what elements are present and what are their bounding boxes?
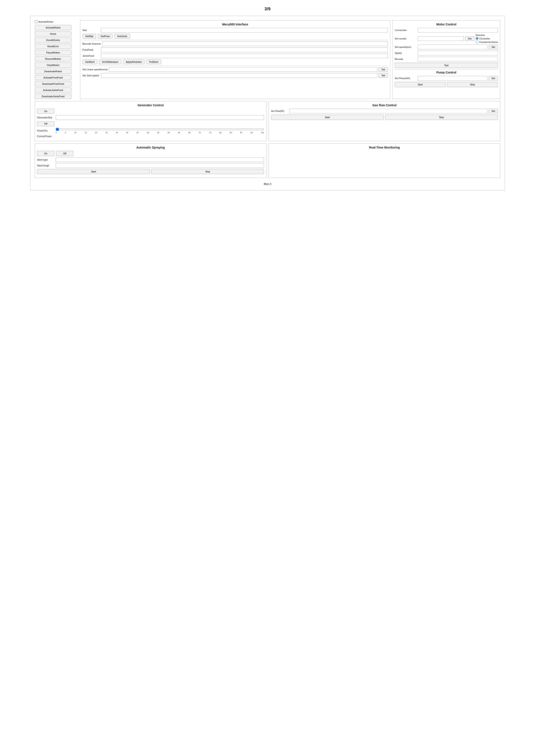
auto-realtime-section: Automatic Spraying On Off Stent type Ste… (35, 143, 500, 178)
get-stent-button[interactable]: GetStent (82, 60, 97, 64)
rounds-row: Rounds (395, 57, 498, 62)
activate-robot-checkbox[interactable] (35, 20, 38, 23)
stent-length-input[interactable] (56, 163, 264, 168)
set-flow-pump-input[interactable] (418, 76, 487, 81)
auto-start-stop-row: Start Stop (37, 169, 264, 174)
get-joints-button[interactable]: GetJoints (114, 34, 130, 39)
home-button[interactable]: Home (35, 31, 71, 37)
set-speed-label: Set speed(rpm) (395, 46, 416, 48)
pump-start-button[interactable]: Start (395, 82, 446, 87)
set-joint-speed-label: Set Joint speed (82, 74, 100, 77)
set-rounds-input[interactable] (418, 36, 464, 41)
set-joint-speed-button[interactable]: Set (379, 73, 388, 78)
clockwise-option[interactable]: Clockwise (476, 37, 498, 40)
clockwise-radio[interactable] (476, 37, 478, 40)
test-row: Test (395, 63, 498, 68)
gas-set-flow-row: Set Flow(l/h) Set (271, 109, 498, 113)
stat-input[interactable] (101, 28, 388, 33)
counterclockwise-radio[interactable] (476, 40, 478, 43)
go-to-nebulazer-button[interactable]: GoToNebulazer (99, 60, 121, 64)
bottom-panels: Generator Control On GeneratorStat Off P… (35, 101, 500, 141)
deactivate-robot-button[interactable]: DeactivateRobot (35, 69, 71, 74)
gen-off-row: Off (37, 121, 264, 126)
speed-row: Speed (395, 51, 498, 55)
set-linear-speed-row: Set Linear speed(mm/s) Set (82, 67, 388, 72)
motor-control-title: Motor Control (395, 23, 498, 26)
stent-length-row: Stent lengh (37, 163, 264, 168)
gas-set-flow-label: Set Flow(l/h) (271, 110, 288, 112)
deactivate-joints-feed-button[interactable]: DeactivateJointsFeed (35, 94, 71, 99)
set-flow-pump-row: Set Flow(ml/h) Set (395, 76, 498, 81)
generator-on-button[interactable]: On (37, 109, 54, 114)
gen-power-row: Power(%) 0 5 10 15 20 25 30 35 40 45 (37, 128, 264, 134)
stent-type-input[interactable] (56, 157, 264, 162)
auto-on-button[interactable]: On (37, 151, 54, 156)
meca500-title: Meca500 Interface (82, 23, 388, 26)
activate-robot-button[interactable]: ActivateRobot (35, 25, 71, 30)
set-rounds-button[interactable]: Set (465, 36, 474, 41)
gas-start-button[interactable]: Start (271, 115, 384, 120)
auto-on-off-row: On Off (37, 151, 264, 156)
current-power-row: CurrentPower (37, 135, 264, 138)
test-button[interactable]: Test (395, 63, 498, 68)
auto-start-button[interactable]: Start (37, 169, 150, 174)
left-sidebar: ActivateRobot ActivateRobot Home ZeroAll… (35, 20, 78, 99)
gen-slider-container: 0 5 10 15 20 25 30 35 40 45 50 55 60 65 (56, 128, 264, 134)
stent-length-label: Stent lengh (37, 164, 54, 167)
stent-type-row: Stent type (37, 157, 264, 162)
get-pose-button[interactable]: GetPose (98, 34, 113, 39)
figure-caption: Фиг.3 (35, 182, 500, 186)
gen-power-slider[interactable] (56, 128, 264, 131)
gas-flow-panel: Gas flow Control Set Flow(l/h) Set Start… (268, 101, 500, 141)
reset-error-button[interactable]: ResetError (35, 44, 71, 49)
barcode-scanner-label: Barcode Scanner (82, 42, 101, 45)
put-stent-button[interactable]: PutStent (146, 60, 161, 64)
gas-set-flow-input[interactable] (290, 109, 487, 113)
get-stat-button[interactable]: GetStat (82, 34, 96, 39)
set-speed-input[interactable] (418, 45, 487, 49)
connection-input[interactable] (418, 28, 498, 33)
deactivate-pose-feed-button[interactable]: DeactivatePoseFeed (35, 81, 71, 87)
realtime-monitoring-panel: Real-Time Monitoring (268, 143, 500, 178)
set-flow-pump-button[interactable]: Set (489, 76, 498, 81)
generator-stat-label: GeneratorStat (37, 116, 54, 119)
gas-stop-button[interactable]: Stop (385, 115, 498, 120)
counterclockwise-label: Counterclockwise (479, 41, 498, 43)
rounds-input[interactable] (418, 57, 498, 62)
generator-stat-input[interactable] (56, 115, 264, 120)
set-linear-speed-input[interactable] (109, 67, 377, 72)
resume-motion-button[interactable]: ResumeMotion (35, 56, 71, 62)
counterclockwise-option[interactable]: Counterclockwise (476, 40, 498, 43)
pose-feed-label: PoseFeed (82, 48, 100, 51)
stent-buttons-row: GetStent GoToNebulazer ApplyASolution Pu… (82, 60, 388, 64)
set-joint-speed-input[interactable] (101, 73, 377, 78)
barcode-scanner-input[interactable] (102, 41, 388, 46)
barcode-scanner-row: Barcode Scanner (82, 41, 388, 46)
apply-a-solution-button[interactable]: ApplyASolution (123, 60, 145, 64)
rounds-label: Rounds (395, 58, 416, 60)
pose-feed-input[interactable] (101, 47, 388, 52)
direction-title-label: Direction (476, 34, 498, 37)
set-joint-speed-row: Set Joint speed Set (82, 73, 388, 78)
clear-motion-button[interactable]: ClearMotion (35, 63, 71, 68)
zero-all-joints-button[interactable]: ZeroAllJoints (35, 38, 71, 43)
auto-spraying-panel: Automatic Spraying On Off Stent type Ste… (35, 143, 267, 178)
set-linear-speed-button[interactable]: Set (379, 67, 388, 72)
generator-off-button[interactable]: Off (37, 121, 54, 126)
top-layout: ActivateRobot ActivateRobot Home ZeroAll… (35, 20, 500, 99)
gas-set-button[interactable]: Set (489, 109, 498, 113)
auto-stop-button[interactable]: Stop (151, 169, 264, 174)
connection-row: Connection (395, 28, 498, 33)
pause-motion-button[interactable]: PauseMotion (35, 50, 71, 55)
pump-stop-button[interactable]: Stop (447, 82, 498, 87)
pump-control-title: Pump Control (395, 71, 498, 74)
activate-pose-feed-button[interactable]: ActivatePoseFeed (35, 75, 71, 80)
auto-off-button[interactable]: Off (56, 151, 73, 156)
activate-joints-feed-button[interactable]: ActivateJointsFeed (35, 88, 71, 93)
speed-input[interactable] (418, 51, 498, 55)
joints-feed-input[interactable] (101, 53, 388, 58)
activate-robot-check-label: ActivateRobot (39, 20, 53, 23)
gen-power-label: Power(%) (37, 129, 54, 132)
set-speed-button[interactable]: Set (489, 45, 498, 49)
direction-group: Direction Clockwise Counterclockwise (476, 34, 498, 43)
